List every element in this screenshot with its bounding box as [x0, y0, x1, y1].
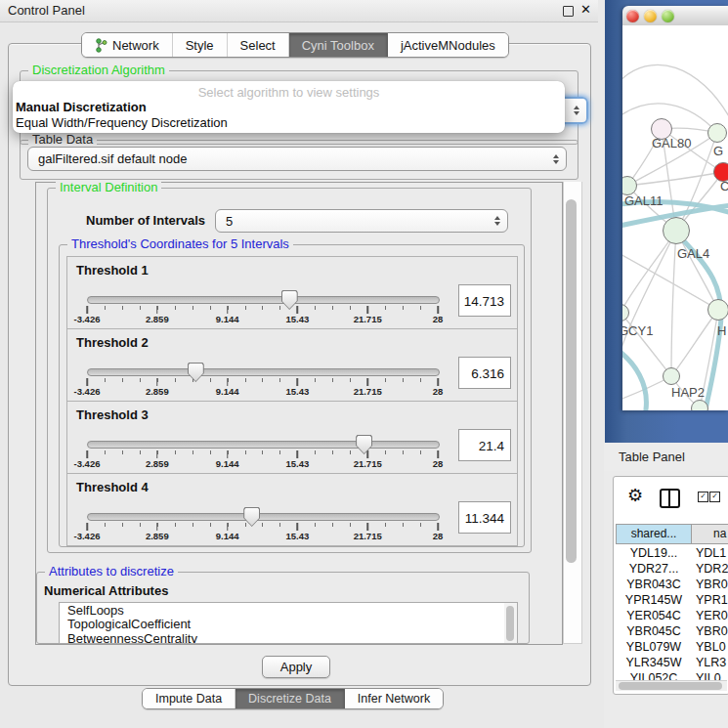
horizontal-scrollbar[interactable] — [616, 680, 727, 691]
combo-arrows-icon — [553, 154, 559, 164]
tab-style[interactable]: Style — [173, 33, 228, 57]
dropdown-option-equal-width[interactable]: Equal Width/Frequency Discretization — [16, 115, 228, 130]
horizontal-scrollbar-thumb[interactable] — [619, 682, 722, 690]
table-cell[interactable]: YBL0 — [692, 639, 728, 655]
list-item[interactable]: BetweennessCentrality — [60, 632, 504, 645]
table-row[interactable]: YBR045CYBR0 — [616, 623, 728, 639]
control-panel-tabbar: Network Style Select Cyni Toolbox jActiv… — [81, 32, 509, 58]
table-cell[interactable]: YDL19... — [616, 545, 692, 561]
tab-select-label: Select — [240, 38, 276, 53]
network-node-label: GAL4 — [677, 246, 709, 261]
threshold-slider-thumb[interactable] — [243, 507, 260, 527]
tab-cyni-toolbox-label: Cyni Toolbox — [302, 38, 374, 53]
vertical-scrollbar-thumb[interactable] — [566, 199, 577, 563]
table-data-combobox[interactable]: galFiltered.sif default node — [27, 147, 567, 171]
column-header-shared-name[interactable]: shared... — [616, 524, 692, 544]
table-cell[interactable]: YBR043C — [616, 577, 692, 592]
table-data-group-title: Table Data — [28, 132, 97, 147]
table-cell[interactable]: YLR345W — [616, 655, 692, 670]
vertical-scrollbar[interactable] — [563, 182, 582, 644]
table-row[interactable]: YPR145WYPR1 — [616, 592, 728, 608]
float-window-icon[interactable] — [563, 6, 574, 17]
threshold-slider-thumb[interactable] — [356, 435, 372, 454]
table-row[interactable]: YER054CYER0 — [616, 608, 728, 623]
traffic-light-close-icon[interactable] — [626, 10, 639, 22]
table-cell[interactable]: YLR3 — [692, 655, 728, 670]
root: Control Panel ✕ Network Style Select Cyn… — [0, 0, 728, 728]
table-cell[interactable]: YDR2 — [692, 561, 728, 577]
threshold-slider-track[interactable] — [87, 513, 440, 521]
apply-button[interactable]: Apply — [262, 656, 330, 678]
gear-icon[interactable]: ⚙ — [627, 487, 643, 504]
network-node-label: G — [713, 144, 723, 158]
split-view-icon[interactable] — [660, 489, 680, 508]
traffic-light-zoom-icon[interactable] — [662, 10, 674, 22]
threshold-slider-track[interactable] — [87, 441, 440, 449]
network-node[interactable] — [663, 217, 690, 244]
tab-infer-network[interactable]: Infer Network — [345, 689, 443, 708]
threshold-slider-track[interactable] — [87, 296, 440, 304]
table-cell[interactable]: YDL1 — [692, 545, 728, 561]
tab-select[interactable]: Select — [228, 33, 289, 57]
threshold-slider-thumb[interactable] — [188, 363, 204, 382]
threshold-panel: Threshold 4 -3.4262.8599.14415.4321.7152… — [66, 473, 518, 546]
checkbox-icon[interactable]: ✓ — [698, 492, 708, 502]
table-cell[interactable]: YER0 — [692, 608, 728, 623]
attributes-list-scrollbar[interactable] — [504, 602, 518, 644]
network-node-label: H — [717, 323, 726, 338]
table-row[interactable]: YDL19...YDL1 — [616, 545, 728, 561]
tab-infer-network-label: Infer Network — [358, 692, 430, 706]
threshold-value-field[interactable]: 21.4 — [458, 429, 511, 461]
table-cell[interactable]: YPR1 — [692, 592, 728, 608]
number-of-intervals-combobox[interactable]: 5 — [215, 209, 508, 233]
tab-cyni-toolbox[interactable]: Cyni Toolbox — [289, 33, 388, 57]
threshold-panel: Threshold 1 -3.4262.8599.14415.4321.7152… — [66, 256, 518, 329]
table-panel-title: Table Panel — [619, 450, 685, 464]
table-header-row: shared... na — [616, 524, 728, 544]
threshold-value-field[interactable]: 11.344 — [458, 501, 511, 534]
table-cell[interactable]: YBR0 — [692, 623, 728, 639]
table-cell[interactable]: YPR145W — [616, 592, 692, 608]
table-row[interactable]: YBL079WYBL0 — [616, 639, 728, 655]
table-cell[interactable]: YBR045C — [616, 623, 692, 639]
table-row[interactable]: YDR27...YDR2 — [616, 561, 728, 577]
network-canvas[interactable]: GAL80GCGAL11GAL4GCY1HHAP2 — [622, 25, 728, 410]
threshold-slider-thumb[interactable] — [281, 290, 298, 310]
threshold-value-field[interactable]: 6.316 — [458, 357, 511, 389]
network-node[interactable] — [691, 400, 708, 410]
table-row[interactable]: YLR345WYLR3 — [616, 655, 728, 670]
table-cell[interactable]: YBR0 — [692, 577, 728, 592]
network-node[interactable] — [707, 123, 727, 143]
tab-jactivemnodules[interactable]: jActiveMNodules — [388, 33, 508, 57]
numerical-attributes-label: Numerical Attributes — [44, 583, 168, 598]
network-node[interactable] — [663, 367, 680, 385]
threshold-value-field[interactable]: 14.713 — [458, 284, 511, 317]
column-header-name[interactable]: na — [692, 524, 728, 544]
attributes-list-scrollbar-thumb[interactable] — [506, 606, 514, 641]
thresholds-group-title: Threshold's Coordinates for 5 Intervals — [67, 236, 293, 251]
table-row[interactable]: YBR043CYBR0 — [616, 577, 728, 592]
network-node-label: HAP2 — [671, 385, 705, 400]
table-cell[interactable]: YBL079W — [616, 639, 692, 655]
tab-network[interactable]: Network — [82, 33, 173, 57]
algorithm-dropdown-popup: Select algorithm to view settings Manual… — [13, 81, 565, 133]
table-cell[interactable]: YER054C — [616, 608, 692, 623]
slider-tick-labels: -3.4262.8599.14415.4321.71528 — [87, 458, 438, 469]
table-cell[interactable]: YDR27... — [616, 561, 692, 577]
number-of-intervals-value: 5 — [226, 214, 233, 229]
slider-tick-labels: -3.4262.8599.14415.4321.71528 — [87, 314, 438, 324]
tab-discretize-data[interactable]: Discretize Data — [236, 689, 345, 708]
slider-tick-labels: -3.4262.8599.14415.4321.71528 — [87, 386, 438, 397]
traffic-light-minimize-icon[interactable] — [644, 10, 657, 22]
slider-ticks — [87, 306, 438, 314]
list-item[interactable]: TopologicalCoefficient — [60, 618, 504, 631]
threshold-slider-track[interactable] — [87, 368, 440, 376]
tab-impute-data[interactable]: Impute Data — [143, 689, 236, 708]
list-item[interactable]: SelfLoops — [60, 604, 504, 618]
network-node-label: GAL80 — [652, 136, 691, 150]
checkbox-icon[interactable]: ✓ — [709, 492, 720, 502]
network-node[interactable] — [707, 299, 728, 321]
network-window-titlebar — [622, 6, 728, 26]
close-icon[interactable]: ✕ — [580, 2, 592, 14]
dropdown-option-manual[interactable]: Manual Discretization — [16, 100, 147, 114]
